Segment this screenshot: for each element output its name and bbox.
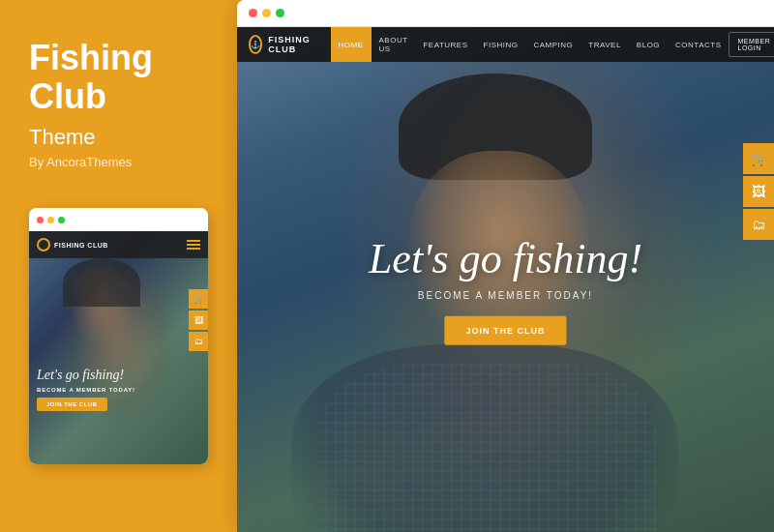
desktop-dot-red bbox=[249, 9, 257, 17]
desktop-cart-icon[interactable]: 🛒 bbox=[743, 143, 774, 174]
desktop-cta-button[interactable]: JOIN THE CLUB bbox=[444, 316, 566, 345]
mobile-hero-text: Let's go fishing! BECOME A MEMBER TODAY!… bbox=[37, 368, 135, 411]
desktop-dot-green bbox=[276, 9, 284, 17]
desktop-sidebar-icons: 🛒 🖼 🗂 bbox=[743, 143, 774, 240]
mobile-dot-green bbox=[58, 217, 65, 223]
mobile-dot-yellow bbox=[47, 217, 54, 223]
desktop-folder-icon[interactable]: 🗂 bbox=[743, 209, 774, 240]
mobile-tagline: Let's go fishing! bbox=[37, 368, 135, 384]
nav-item-home[interactable]: HOME bbox=[331, 27, 372, 62]
mobile-logo-icon bbox=[37, 238, 50, 251]
desktop-tagline: Let's go fishing! bbox=[369, 236, 642, 282]
mobile-nav: FISHING CLUB bbox=[29, 231, 208, 258]
brand-title: Fishing Club bbox=[29, 39, 153, 115]
mobile-folder-icon[interactable]: 🗂 bbox=[189, 332, 208, 351]
mobile-mockup: FISHING CLUB Let's go fishing! BECOME A … bbox=[29, 208, 208, 464]
nav-item-contacts[interactable]: CONTACTS bbox=[668, 27, 729, 62]
desktop-gallery-icon[interactable]: 🖼 bbox=[743, 176, 774, 207]
nav-item-camping[interactable]: CAMPING bbox=[525, 27, 580, 62]
nav-item-about[interactable]: ABOUT US bbox=[372, 27, 416, 62]
nav-item-fishing[interactable]: FISHING bbox=[476, 27, 526, 62]
author-label: By AncoraThemes bbox=[29, 155, 132, 169]
desktop-logo-text: FISHING CLUB bbox=[268, 35, 315, 54]
member-login-button[interactable]: MEMBER LOGIN bbox=[729, 32, 774, 57]
nav-item-features[interactable]: FEATURES bbox=[415, 27, 475, 62]
mobile-sidebar-icons: 🛒 🖼 🗂 bbox=[189, 289, 208, 353]
nav-item-travel[interactable]: TRAVEL bbox=[580, 27, 629, 62]
mobile-gallery-icon[interactable]: 🖼 bbox=[189, 310, 208, 330]
mobile-hamburger-icon[interactable] bbox=[187, 240, 200, 250]
mobile-logo-text: FISHING CLUB bbox=[54, 242, 108, 249]
desktop-content: ⚓ FISHING CLUB HOME ABOUT US FEATURES FI… bbox=[237, 27, 774, 532]
mobile-content: FISHING CLUB Let's go fishing! BECOME A … bbox=[29, 231, 208, 464]
desktop-mockup: ⚓ FISHING CLUB HOME ABOUT US FEATURES FI… bbox=[237, 0, 774, 532]
nav-item-blog[interactable]: BLOG bbox=[629, 27, 668, 62]
left-panel: Fishing Club Theme By AncoraThemes FISHI… bbox=[0, 0, 232, 532]
desktop-top-bar bbox=[237, 0, 774, 27]
theme-label: Theme bbox=[29, 125, 95, 150]
mobile-subtitle: BECOME A MEMBER TODAY! bbox=[37, 387, 135, 393]
desktop-nav: ⚓ FISHING CLUB HOME ABOUT US FEATURES FI… bbox=[237, 27, 774, 62]
mobile-cart-icon[interactable]: 🛒 bbox=[189, 289, 208, 309]
desktop-nav-items: HOME ABOUT US FEATURES FISHING CAMPING T… bbox=[331, 27, 729, 62]
mobile-cta-button[interactable]: JOIN THE CLUB bbox=[37, 398, 107, 411]
desktop-dot-yellow bbox=[262, 9, 271, 17]
mobile-dot-red bbox=[37, 217, 44, 223]
desktop-subtitle: BECOME A MEMBER TODAY! bbox=[369, 290, 642, 301]
desktop-logo-area: ⚓ FISHING CLUB bbox=[249, 35, 316, 54]
mobile-top-bar bbox=[29, 208, 208, 231]
mobile-logo-area: FISHING CLUB bbox=[37, 238, 108, 251]
desktop-nav-right: MEMBER LOGIN JOIN THE CLUB bbox=[729, 30, 774, 60]
desktop-logo-icon: ⚓ bbox=[249, 35, 262, 54]
desktop-hero-content: Let's go fishing! BECOME A MEMBER TODAY!… bbox=[369, 236, 642, 345]
